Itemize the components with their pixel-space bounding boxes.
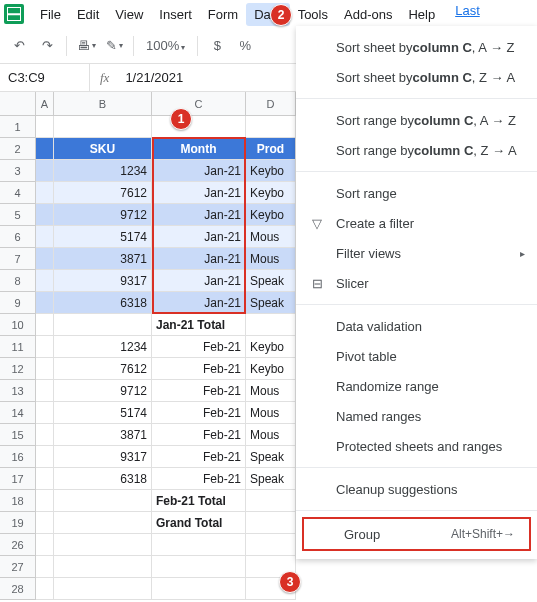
formula-input[interactable]: 1/21/2021 [119, 70, 189, 85]
row-header[interactable]: 15 [0, 424, 36, 446]
menu-item-pivot-table[interactable]: Pivot table [296, 341, 537, 371]
cell[interactable] [36, 138, 54, 160]
cell[interactable]: 5174 [54, 402, 152, 424]
cell[interactable] [36, 182, 54, 204]
cell[interactable]: Jan-21 [152, 292, 246, 314]
row-header[interactable]: 18 [0, 490, 36, 512]
row-header[interactable]: 12 [0, 358, 36, 380]
cell[interactable]: Mous [246, 380, 296, 402]
cell[interactable]: Feb-21 Total [152, 490, 246, 512]
cell[interactable]: Keybo [246, 336, 296, 358]
menu-item-filter-views[interactable]: Filter views [296, 238, 537, 268]
row-header[interactable]: 3 [0, 160, 36, 182]
cell[interactable] [36, 160, 54, 182]
cell[interactable] [54, 534, 152, 556]
cell[interactable] [54, 578, 152, 600]
name-box[interactable]: C3:C9 [0, 64, 90, 91]
cell[interactable] [36, 490, 54, 512]
row-header[interactable]: 6 [0, 226, 36, 248]
cell[interactable]: 3871 [54, 248, 152, 270]
menu-item-cleanup-suggestions[interactable]: Cleanup suggestions [296, 474, 537, 504]
cell[interactable] [36, 556, 54, 578]
cell[interactable]: Speak [246, 270, 296, 292]
cell[interactable] [36, 314, 54, 336]
col-header-a[interactable]: A [36, 92, 54, 115]
cell[interactable]: 3871 [54, 424, 152, 446]
row-header[interactable]: 1 [0, 116, 36, 138]
cell[interactable] [36, 116, 54, 138]
menu-item-sort-sheet-by-column-c[interactable]: Sort sheet by column C, A → Z [296, 32, 537, 62]
cell[interactable]: 7612 [54, 358, 152, 380]
col-header-b[interactable]: B [54, 92, 152, 115]
cell[interactable] [152, 578, 246, 600]
cell[interactable]: 6318 [54, 468, 152, 490]
redo-icon[interactable]: ↷ [36, 35, 58, 57]
currency-icon[interactable]: $ [206, 35, 228, 57]
menu-item-randomize-range[interactable]: Randomize range [296, 371, 537, 401]
menu-item-sort-range-by-column-c[interactable]: Sort range by column C, Z → A [296, 135, 537, 165]
cell[interactable]: 5174 [54, 226, 152, 248]
cell[interactable] [152, 534, 246, 556]
cell[interactable]: Keybo [246, 182, 296, 204]
cell[interactable]: Keybo [246, 204, 296, 226]
undo-icon[interactable]: ↶ [8, 35, 30, 57]
cell[interactable] [152, 116, 246, 138]
cell[interactable] [246, 314, 296, 336]
cell[interactable]: Mous [246, 402, 296, 424]
cell[interactable] [36, 226, 54, 248]
row-header[interactable]: 19 [0, 512, 36, 534]
cell[interactable] [36, 468, 54, 490]
cell[interactable]: Jan-21 [152, 182, 246, 204]
cell[interactable] [36, 512, 54, 534]
row-header[interactable]: 7 [0, 248, 36, 270]
cell[interactable] [36, 534, 54, 556]
menu-item-slicer[interactable]: ⊟Slicer [296, 268, 537, 298]
select-all-corner[interactable] [0, 92, 36, 115]
menu-item-named-ranges[interactable]: Named ranges [296, 401, 537, 431]
cell[interactable] [152, 556, 246, 578]
cell[interactable]: Speak [246, 292, 296, 314]
cell[interactable]: Prod [246, 138, 296, 160]
menu-tools[interactable]: Tools [290, 3, 336, 26]
row-header[interactable]: 2 [0, 138, 36, 160]
cell[interactable]: 9712 [54, 204, 152, 226]
cell[interactable]: Feb-21 [152, 358, 246, 380]
cell[interactable]: Feb-21 [152, 446, 246, 468]
menu-edit[interactable]: Edit [69, 3, 107, 26]
paint-icon[interactable]: ✎ [103, 35, 125, 57]
menu-insert[interactable]: Insert [151, 3, 200, 26]
menu-form[interactable]: Form [200, 3, 246, 26]
row-header[interactable]: 28 [0, 578, 36, 600]
row-header[interactable]: 10 [0, 314, 36, 336]
cell[interactable]: Jan-21 [152, 226, 246, 248]
row-header[interactable]: 11 [0, 336, 36, 358]
menu-last-edit[interactable]: Last [455, 3, 480, 26]
cell[interactable] [36, 336, 54, 358]
cell[interactable]: Feb-21 [152, 424, 246, 446]
cell[interactable]: Jan-21 [152, 248, 246, 270]
cell[interactable] [36, 270, 54, 292]
cell[interactable]: Keybo [246, 358, 296, 380]
cell[interactable] [54, 314, 152, 336]
cell[interactable] [36, 578, 54, 600]
cell[interactable] [36, 424, 54, 446]
menu-add-ons[interactable]: Add-ons [336, 3, 400, 26]
zoom-select[interactable]: 100% [142, 38, 189, 53]
cell[interactable]: SKU [54, 138, 152, 160]
cell[interactable]: Jan-21 [152, 160, 246, 182]
cell[interactable]: Feb-21 [152, 380, 246, 402]
menu-item-data-validation[interactable]: Data validation [296, 311, 537, 341]
menu-item-sort-sheet-by-column-c[interactable]: Sort sheet by column C, Z → A [296, 62, 537, 92]
cell[interactable]: Mous [246, 226, 296, 248]
row-header[interactable]: 17 [0, 468, 36, 490]
cell[interactable] [36, 248, 54, 270]
cell[interactable] [246, 534, 296, 556]
cell[interactable]: Jan-21 [152, 270, 246, 292]
percent-icon[interactable]: % [234, 35, 256, 57]
cell[interactable]: 1234 [54, 336, 152, 358]
cell[interactable]: 9712 [54, 380, 152, 402]
menu-file[interactable]: File [32, 3, 69, 26]
menu-view[interactable]: View [107, 3, 151, 26]
menu-item-protected-sheets-and-ranges[interactable]: Protected sheets and ranges [296, 431, 537, 461]
cell[interactable] [36, 446, 54, 468]
